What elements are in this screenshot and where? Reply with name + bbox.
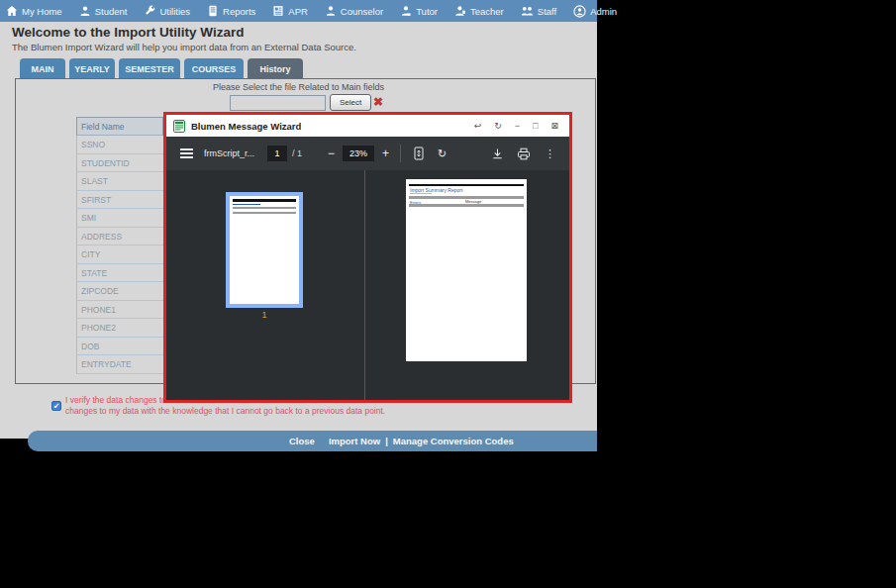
- staff-group-icon: [521, 5, 534, 17]
- modal-titlebar[interactable]: Blumen Message Wizard ↩ ↻ − □ ⊠: [166, 115, 569, 137]
- thumbnail-page-number: 1: [226, 310, 303, 320]
- home-icon: [6, 5, 18, 17]
- screen: My Home Student Utilities Reports APR Co…: [0, 0, 896, 588]
- thumbnail-page: [230, 196, 299, 304]
- wizard-tabs: MAIN YEARLY SEMESTER COURSES History: [20, 58, 303, 79]
- tab-history[interactable]: History: [248, 58, 303, 79]
- table-row[interactable]: SLAST: [76, 172, 163, 191]
- footer-action-bar: Close Import Now | Manage Conversion Cod…: [28, 431, 597, 451]
- apr-book-icon: [272, 5, 284, 17]
- nav-apr[interactable]: APR: [272, 5, 308, 17]
- pdf-content: 1 Import Summary Report Errors Message: [166, 170, 569, 400]
- table-row[interactable]: SMI: [76, 209, 163, 228]
- undo-icon[interactable]: ↩: [474, 122, 482, 131]
- field-table-header: Field Name: [76, 117, 163, 136]
- table-row[interactable]: SFIRST: [76, 191, 163, 210]
- tab-main[interactable]: MAIN: [20, 58, 65, 79]
- toolbar-divider: [400, 145, 401, 162]
- table-row[interactable]: DOB: [76, 338, 163, 356]
- report-icon: [207, 5, 219, 17]
- page-subtitle: The Blumen Import Wizard will help you i…: [12, 42, 356, 52]
- preview-panel: Import Summary Report Errors Message: [365, 170, 569, 400]
- table-row[interactable]: PHONE2: [76, 319, 163, 338]
- tab-yearly[interactable]: YEARLY: [69, 58, 115, 79]
- student-icon: [79, 5, 91, 17]
- nav-reports[interactable]: Reports: [207, 5, 255, 17]
- nav-label: Admin: [590, 6, 617, 17]
- table-row[interactable]: CITY: [76, 245, 163, 264]
- tutor-icon: [400, 5, 412, 17]
- table-row[interactable]: STUDENTID: [76, 154, 163, 173]
- nav-tutor[interactable]: Tutor: [400, 5, 438, 17]
- window-controls: ↩ ↻ − □ ⊠: [474, 122, 558, 131]
- tab-courses[interactable]: COURSES: [184, 58, 244, 79]
- download-icon[interactable]: [491, 147, 504, 160]
- refresh-icon[interactable]: ↻: [494, 122, 502, 131]
- nav-label: Student: [95, 6, 128, 17]
- blumen-message-wizard-modal: Blumen Message Wizard ↩ ↻ − □ ⊠ frmScrip…: [163, 112, 572, 403]
- verify-checkbox[interactable]: ✔: [51, 401, 61, 411]
- zoom-out-button[interactable]: −: [328, 147, 335, 160]
- nav-label: Utilities: [159, 6, 190, 17]
- zoom-level-display[interactable]: 23%: [343, 146, 374, 161]
- nav-student[interactable]: Student: [79, 5, 128, 17]
- verify-line2: changes to my data with the knowledge th…: [65, 406, 580, 417]
- print-icon[interactable]: [517, 147, 531, 160]
- nav-counselor[interactable]: Counselor: [325, 5, 383, 17]
- table-row[interactable]: ENTRYDATE: [76, 355, 163, 374]
- nav-label: My Home: [22, 6, 62, 17]
- nav-label: Counselor: [341, 6, 383, 17]
- nav-label: Reports: [223, 6, 255, 17]
- document-icon: [173, 120, 185, 133]
- pdf-filename: frmScript_r...: [204, 148, 261, 158]
- nav-label: Teacher: [470, 6, 504, 17]
- thumbnail-panel: 1: [166, 170, 364, 400]
- manage-conversion-codes-button[interactable]: Manage Conversion Codes: [393, 436, 514, 446]
- menu-icon[interactable]: [180, 148, 193, 158]
- nav-my-home[interactable]: My Home: [6, 5, 62, 17]
- table-row[interactable]: ZIPCODE: [76, 282, 163, 301]
- remove-file-icon[interactable]: ✖: [373, 95, 383, 109]
- preview-page[interactable]: Import Summary Report Errors Message: [406, 179, 527, 361]
- more-options-icon[interactable]: ⋮: [545, 147, 555, 160]
- footer-separator: |: [385, 436, 388, 446]
- page-thumbnail-selected[interactable]: [226, 192, 303, 308]
- modal-title: Blumen Message Wizard: [191, 121, 468, 132]
- counselor-icon: [325, 5, 337, 17]
- nav-label: Staff: [538, 6, 556, 17]
- table-row[interactable]: SSNO: [76, 136, 163, 154]
- table-row[interactable]: PHONE1: [76, 301, 163, 320]
- page-number-input[interactable]: 1: [267, 146, 287, 161]
- table-row[interactable]: ADDRESS: [76, 228, 163, 246]
- fit-to-page-icon[interactable]: [412, 147, 426, 160]
- pdf-toolbar: frmScript_r... 1 / 1 − 23% + ↻ ⋮: [166, 137, 569, 170]
- nav-teacher[interactable]: Teacher: [454, 5, 504, 17]
- close-button[interactable]: Close: [289, 436, 315, 446]
- nav-utilities[interactable]: Utilities: [144, 5, 190, 17]
- rotate-icon[interactable]: ↻: [438, 147, 447, 160]
- minimize-icon[interactable]: −: [515, 122, 520, 131]
- top-navbar: My Home Student Utilities Reports APR Co…: [0, 0, 597, 22]
- nav-label: Tutor: [416, 6, 438, 17]
- report-column-label: Message: [465, 199, 481, 204]
- teacher-icon: [454, 5, 466, 17]
- page-title: Welcome to the Import Utility Wizard: [12, 25, 244, 40]
- page-total-label: / 1: [292, 148, 302, 158]
- nav-label: APR: [288, 6, 308, 17]
- nav-staff[interactable]: Staff: [521, 5, 556, 17]
- close-icon[interactable]: ⊠: [550, 122, 558, 131]
- file-path-input[interactable]: [230, 95, 326, 111]
- file-instruction: Please Select the file Related to Main f…: [0, 82, 597, 92]
- nav-admin[interactable]: Admin: [573, 5, 617, 18]
- import-now-button[interactable]: Import Now: [329, 436, 380, 446]
- table-row[interactable]: STATE: [76, 264, 163, 283]
- admin-circle-icon: [573, 5, 586, 18]
- zoom-in-button[interactable]: +: [382, 147, 389, 160]
- maximize-icon[interactable]: □: [533, 122, 538, 131]
- field-table: Field Name SSNO STUDENTID SLAST SFIRST S…: [76, 117, 163, 374]
- wrench-icon: [144, 5, 155, 17]
- select-file-button[interactable]: Select: [330, 94, 371, 111]
- tab-semester[interactable]: SEMESTER: [119, 58, 180, 79]
